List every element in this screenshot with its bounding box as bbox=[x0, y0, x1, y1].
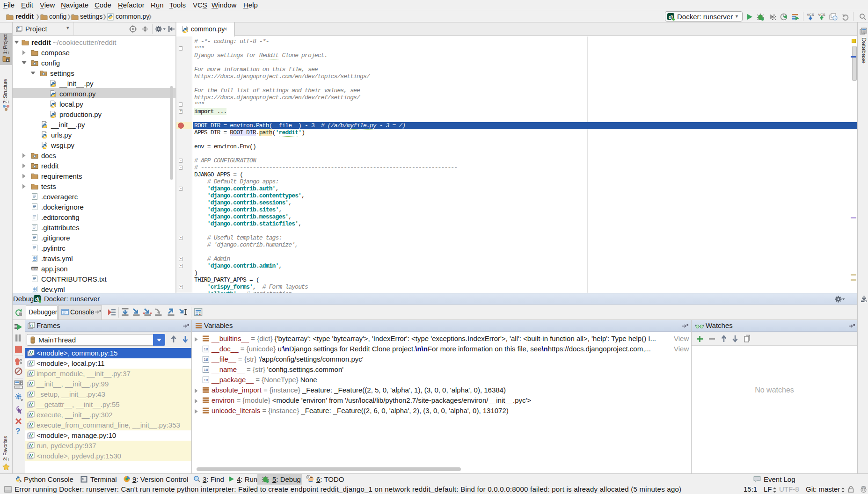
svg-text:18: 18 bbox=[204, 347, 208, 351]
svg-text:dj: dj bbox=[669, 15, 673, 20]
svg-text:18: 18 bbox=[204, 368, 208, 372]
svg-text:VCS: VCS bbox=[807, 13, 814, 17]
svg-text:18: 18 bbox=[204, 357, 208, 362]
svg-text:18: 18 bbox=[204, 378, 208, 382]
svg-text:JSON: JSON bbox=[31, 268, 38, 270]
svg-text:dj: dj bbox=[35, 297, 39, 302]
